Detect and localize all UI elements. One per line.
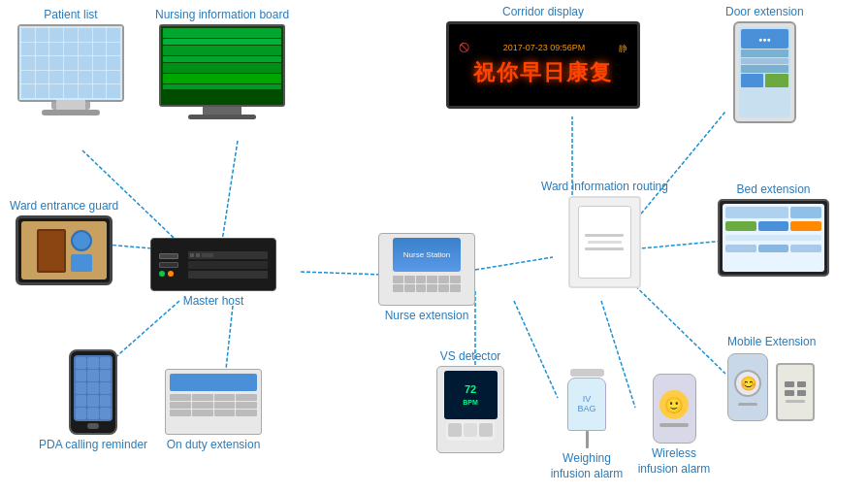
mobile-ext-group: Mobile Extension 😊 [727, 335, 816, 421]
corridor-display-item: Corridor display 🚫 2017-07-23 09:56PM 静 … [446, 5, 640, 109]
diagram-container: Patient list Nursing information board [0, 0, 868, 494]
corridor-display-label-top: Corridor display [502, 5, 584, 18]
wireless-alarm-device: 🙂 [653, 374, 696, 444]
ward-entrance-tablet [16, 215, 113, 285]
led-time: 🚫 2017-07-23 09:56PM 静 [454, 43, 632, 55]
on-duty-phone [165, 369, 262, 435]
svg-line-2 [301, 272, 383, 275]
nurse-extension-phone: Nurse Station [378, 233, 475, 306]
nursing-board-monitor [159, 24, 285, 107]
wireless-alarm-item: 🙂 Wireless infusion alarm [630, 374, 718, 477]
ward-routing-item: Ward information routing [541, 180, 668, 288]
vs-detector-device: 72BPM [436, 366, 504, 453]
svg-line-3 [225, 306, 233, 379]
nursing-board-item: Nursing information board [155, 8, 289, 119]
nurse-extension-item: Nurse Station Nurse extension [378, 233, 475, 324]
weighing-alarm-item: IVBAG Weighing infusion alarm [548, 369, 626, 481]
bed-extension-tablet [718, 199, 829, 277]
mobile-ext-label-top: Mobile Extension [727, 335, 816, 348]
on-duty-label: On duty extension [167, 438, 261, 453]
weighing-alarm-device: IVBAG [567, 369, 606, 448]
ward-entrance-label-top: Ward entrance guard [10, 199, 118, 213]
nursing-board-label-top: Nursing information board [155, 8, 289, 21]
led-main-text: 祝你早日康复 [473, 58, 613, 87]
patient-list-label-top: Patient list [44, 8, 97, 21]
door-extension-item: Door extension ●●● [725, 5, 804, 123]
ward-routing-box [568, 196, 641, 288]
pda-item: PDA calling reminder [39, 349, 147, 453]
ward-entrance-item: Ward entrance guard [10, 199, 118, 285]
vs-detector-label-top: VS detector [440, 349, 501, 363]
weighing-alarm-label: Weighing infusion alarm [548, 451, 626, 481]
vs-detector-item: VS detector 72BPM [436, 349, 504, 453]
patient-list-screen [19, 26, 122, 100]
corridor-led-board: 🚫 2017-07-23 09:56PM 静 祝你早日康复 [446, 21, 640, 109]
patient-list-monitor [17, 24, 124, 102]
pda-phone-device [69, 349, 117, 435]
mobile-ext-wall [776, 363, 815, 421]
master-host-box [150, 238, 276, 291]
bed-extension-label-top: Bed extension [736, 182, 810, 196]
nurse-extension-label: Nurse extension [385, 309, 469, 324]
patient-list-item: Patient list [17, 8, 124, 115]
door-extension-label-top: Door extension [725, 5, 804, 18]
master-host-item: Master host [150, 238, 276, 310]
on-duty-item: On duty extension [165, 369, 262, 453]
wireless-alarm-label: Wireless infusion alarm [630, 446, 718, 477]
bed-extension-item: Bed extension [718, 182, 829, 277]
pda-label: PDA calling reminder [39, 438, 147, 453]
master-host-label: Master host [183, 294, 244, 310]
ward-routing-label-top: Ward information routing [541, 180, 668, 193]
led-quiet: 静 [619, 43, 627, 55]
svg-line-1 [221, 141, 238, 247]
door-extension-tablet: ●●● [733, 21, 796, 123]
mobile-ext-pager: 😊 [727, 353, 768, 421]
